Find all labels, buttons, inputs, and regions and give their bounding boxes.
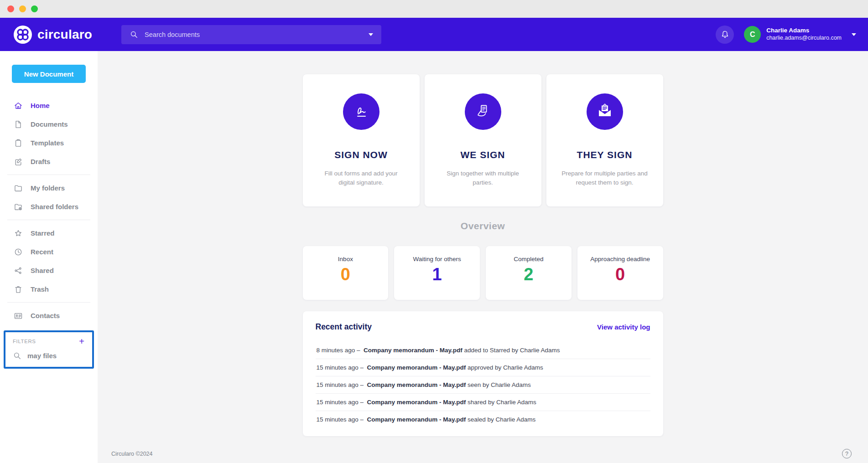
activity-row: 15 minutes ago – Company memorandum - Ma… <box>316 376 650 393</box>
window-close-button[interactable] <box>7 5 14 12</box>
divider <box>7 175 90 175</box>
sidebar-item-templates[interactable]: Templates <box>0 134 98 152</box>
envelope-sign-icon <box>587 93 623 130</box>
card-title: WE SIGN <box>425 149 541 160</box>
card-title: SIGN NOW <box>303 149 420 160</box>
sidebar-item-label: Recent <box>31 248 53 256</box>
notifications-button[interactable] <box>716 26 734 44</box>
folder-icon <box>14 184 23 193</box>
activity-row: 8 minutes ago – Company memorandum - May… <box>316 342 650 359</box>
activity-document: Company memorandum - May.pdf <box>364 347 463 354</box>
user-menu-caret-icon <box>852 33 856 36</box>
activity-action: added to Starred by Charlie Adams <box>464 347 560 354</box>
sidebar-item-drafts[interactable]: Drafts <box>0 152 98 171</box>
filters-label: FILTERS <box>13 339 36 344</box>
activity-document: Company memorandum - May.pdf <box>367 364 466 371</box>
card-description: Fill out forms and add your digital sign… <box>317 169 406 187</box>
activity-document: Company memorandum - May.pdf <box>367 416 466 423</box>
group-sign-icon <box>465 93 501 130</box>
add-filter-button[interactable]: + <box>79 338 85 345</box>
home-icon <box>14 101 23 110</box>
stat-completed[interactable]: Completed 2 <box>486 246 572 300</box>
sidebar-item-shared[interactable]: Shared <box>0 261 98 280</box>
stat-approaching-deadline[interactable]: Approaching deadline 0 <box>577 246 663 300</box>
sidebar-item-contacts[interactable]: Contacts <box>0 306 98 325</box>
circularo-logo-icon <box>14 26 32 44</box>
sidebar-item-my-folders[interactable]: My folders <box>0 179 98 197</box>
divider <box>7 220 90 220</box>
window-zoom-button[interactable] <box>31 5 38 12</box>
sidebar-item-label: Home <box>31 102 50 109</box>
window-minimize-button[interactable] <box>19 5 26 12</box>
overview-title: Overview <box>303 221 663 232</box>
filter-saved-search[interactable]: may files <box>13 351 85 360</box>
stat-waiting-for-others[interactable]: Waiting for others 1 <box>394 246 480 300</box>
activity-action: shared by Charlie Adams <box>468 399 536 406</box>
stat-value: 2 <box>486 265 572 284</box>
activity-row: 15 minutes ago – Company memorandum - Ma… <box>316 359 650 376</box>
stat-value: 1 <box>394 265 480 284</box>
activity-document: Company memorandum - May.pdf <box>367 399 466 406</box>
sidebar-item-recent[interactable]: Recent <box>0 242 98 261</box>
activity-action: approved by Charlie Adams <box>468 364 543 371</box>
edit-icon <box>14 157 23 166</box>
activity-row: 15 minutes ago – Company memorandum - Ma… <box>316 411 650 428</box>
card-description: Sign together with multiple parties. <box>438 169 528 187</box>
copyright-text: Circularo ©2024 <box>111 451 153 457</box>
stat-inbox[interactable]: Inbox 0 <box>303 246 389 300</box>
sidebar-item-label: My folders <box>31 184 65 192</box>
bell-icon <box>720 30 730 39</box>
document-icon <box>14 120 23 129</box>
activity-row: 15 minutes ago – Company memorandum - Ma… <box>316 393 650 411</box>
user-menu[interactable]: C Charlie Adams charlie.adams@circularo.… <box>744 26 856 43</box>
sidebar-item-home[interactable]: Home <box>0 96 98 115</box>
sidebar: New Document Home Documents Templates Dr… <box>0 51 98 463</box>
help-button[interactable]: ? <box>842 449 852 458</box>
they-sign-card[interactable]: THEY SIGN Prepare for multiple parties a… <box>546 74 663 206</box>
sidebar-item-label: Shared folders <box>31 203 78 211</box>
divider <box>7 302 90 303</box>
stat-value: 0 <box>577 265 663 284</box>
stat-value: 0 <box>303 265 389 284</box>
filter-query-label: may files <box>27 352 57 360</box>
sidebar-item-shared-folders[interactable]: Shared folders <box>0 197 98 216</box>
sidebar-item-label: Templates <box>31 139 64 147</box>
card-description: Prepare for multiple parties and request… <box>560 169 650 187</box>
sign-now-card[interactable]: SIGN NOW Fill out forms and add your dig… <box>303 74 420 206</box>
search-icon <box>130 30 138 39</box>
search-dropdown-caret-icon[interactable] <box>369 33 373 36</box>
star-icon <box>14 229 23 238</box>
user-name: Charlie Adams <box>766 27 842 35</box>
user-email: charlie.adams@circularo.com <box>766 35 842 42</box>
brand: circularo <box>14 26 92 44</box>
stat-label: Approaching deadline <box>577 256 663 262</box>
search-bar[interactable] <box>121 25 381 44</box>
shared-folder-icon <box>14 202 23 211</box>
search-input[interactable] <box>145 31 362 38</box>
main-content: SIGN NOW Fill out forms and add your dig… <box>98 51 868 463</box>
sidebar-item-label: Contacts <box>31 312 60 319</box>
share-icon <box>14 266 23 275</box>
sidebar-item-label: Documents <box>31 120 68 128</box>
recent-activity-title: Recent activity <box>316 322 372 332</box>
search-icon <box>13 351 21 360</box>
sidebar-item-trash[interactable]: Trash <box>0 280 98 298</box>
view-activity-log-link[interactable]: View activity log <box>597 323 650 331</box>
brand-name: circularo <box>37 27 92 42</box>
trash-icon <box>14 285 23 294</box>
question-mark-icon: ? <box>845 451 848 457</box>
recent-activity-panel: Recent activity View activity log 8 minu… <box>303 311 663 436</box>
macos-titlebar <box>0 0 868 18</box>
sidebar-item-label: Trash <box>31 285 49 293</box>
we-sign-card[interactable]: WE SIGN Sign together with multiple part… <box>425 74 541 206</box>
activity-document: Company memorandum - May.pdf <box>367 381 466 388</box>
card-title: THEY SIGN <box>546 149 663 160</box>
sidebar-item-starred[interactable]: Starred <box>0 224 98 242</box>
sidebar-item-label: Starred <box>31 229 55 237</box>
new-document-button[interactable]: New Document <box>12 65 86 83</box>
activity-action: seen by Charlie Adams <box>468 381 531 388</box>
sidebar-item-documents[interactable]: Documents <box>0 115 98 134</box>
avatar: C <box>744 26 761 43</box>
app-header: circularo C Charlie Adams charlie.adams@… <box>0 18 868 51</box>
clock-icon <box>14 247 23 257</box>
